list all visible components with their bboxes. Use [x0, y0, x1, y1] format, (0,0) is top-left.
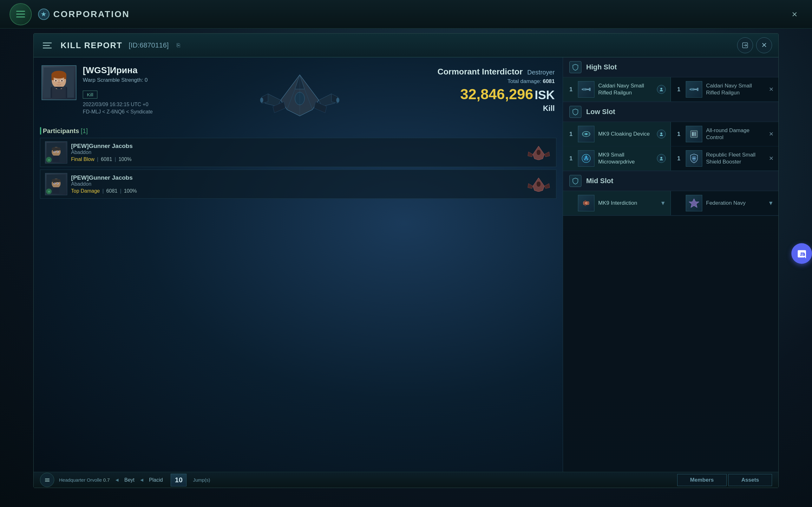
kill-datetime: 2022/03/09 16:32:15 UTC +0 [83, 102, 153, 107]
low-module-person-2 [657, 154, 666, 163]
stat-percent-2: 100% [124, 188, 137, 194]
pilot-stats: Warp Scramble Strength: 0 [83, 77, 153, 83]
low-module-remove-2[interactable]: ✕ [769, 155, 774, 162]
high-module-name-right-1: Caldari Navy Small Rifled Railgun [706, 82, 765, 96]
high-module-icon-left-1 [578, 81, 595, 98]
mid-module-left-1[interactable]: MK9 Interdiction ▼ [563, 191, 671, 215]
bottom-nav-right: Members Assets [677, 474, 772, 486]
window-menu-icon [43, 43, 52, 49]
window-close-button[interactable]: ✕ [756, 38, 772, 53]
svg-rect-7 [52, 75, 54, 80]
pilot-name: [WGS]Ирина [83, 65, 153, 75]
participant-card-2: ★ [PEW]Gunner Jacobs Abaddon Top Damage … [40, 170, 556, 199]
svg-point-61 [691, 89, 693, 90]
bottom-bar: Headquarter Orvolle 0.7 ◄ Beyt ◄ Placid … [34, 472, 778, 488]
high-module-remove-1[interactable]: ✕ [769, 86, 774, 93]
corp-star-icon: ★ [38, 9, 49, 20]
mid-scroll-chevron: ▼ [660, 200, 666, 207]
high-module-right-1[interactable]: 1 Caldari Navy Small Rifled Railgun ✕ [671, 77, 778, 101]
participant-ship-1: Abaddon [71, 150, 522, 155]
svg-point-39 [537, 150, 541, 155]
pilot-avatar [42, 65, 77, 100]
location-region: Placid [149, 477, 163, 483]
assets-tab[interactable]: Assets [728, 474, 772, 486]
participant-stats-1: Final Blow | 6081 | 100% [71, 157, 522, 162]
low-slot-row-2: 1 MK9 Small Microwarpdrive [563, 147, 778, 171]
isk-info: 32,846,296 ISK [438, 86, 555, 102]
mid-slot-section: Mid Slot MK9 I [563, 171, 778, 216]
low-module-name-left-1: MK9 Cloaking Device [598, 130, 653, 137]
svg-point-57 [660, 88, 662, 90]
svg-rect-54 [589, 88, 591, 91]
high-slot-icon [569, 61, 581, 73]
low-module-name-right-1: All-round Damage Control [706, 127, 765, 141]
low-module-qty-right-2: 1 [676, 155, 682, 162]
kill-location: FD-MLJ < Z-6NQ6 < Syndicate [83, 109, 153, 115]
stat-damage-1: 6081 [101, 157, 112, 162]
high-slot-header: High Slot [563, 57, 778, 77]
corporation-label: CORPORATION [53, 9, 130, 19]
kill-type-label: Kill [438, 104, 555, 113]
window-menu-button[interactable] [40, 39, 54, 52]
low-module-right-1[interactable]: 1 All-round Damage Control ✕ [671, 122, 778, 146]
kill-info-panel: [WGS]Ирина Warp Scramble Strength: 0 Kil… [34, 57, 563, 472]
header-actions: ✕ [737, 38, 772, 53]
mid-slot-header: Mid Slot [563, 171, 778, 191]
svg-marker-37 [528, 152, 533, 157]
damage-info: Total damage: 6081 [438, 78, 555, 84]
jump-counter: 10 [171, 474, 187, 487]
low-module-left-1[interactable]: 1 MK9 Cloaking Device [563, 122, 671, 146]
low-module-icon-left-2 [578, 150, 595, 167]
high-slot-row-1: 1 Caldari Navy Small Rifled Railgun [563, 77, 778, 102]
close-button[interactable]: × [786, 6, 803, 22]
mid-module-name-right-1: Federation Navy [706, 200, 764, 207]
members-tab[interactable]: Members [677, 474, 727, 486]
isk-unit: ISK [535, 89, 555, 102]
stat-damage-2: 6081 [106, 188, 118, 194]
damage-value: 6081 [543, 78, 555, 84]
high-module-name-left-1: Caldari Navy Small Rifled Railgun [598, 82, 653, 96]
hamburger-button[interactable] [9, 3, 32, 25]
low-slot-header: Low Slot [563, 102, 778, 122]
window-id: [ID:6870116] [129, 41, 169, 49]
low-module-person-1 [657, 130, 666, 138]
svg-point-72 [585, 158, 587, 159]
svg-rect-35 [53, 156, 59, 162]
svg-rect-59 [697, 88, 699, 91]
participant-info-2: [PEW]Gunner Jacobs Abaddon Top Damage | … [71, 174, 522, 194]
bottom-menu-button[interactable] [40, 473, 54, 487]
high-module-icon-right-1 [686, 81, 702, 98]
high-module-qty-right-1: 1 [676, 86, 682, 93]
stat-percent-1: 100% [119, 157, 132, 162]
participant-ship-img-1 [526, 145, 551, 160]
mid-module-icon-left-1 [578, 195, 595, 211]
low-module-qty-left-1: 1 [568, 131, 574, 137]
low-module-right-2[interactable]: 1 Republic Fleet Small Shield Booster [671, 147, 778, 170]
high-module-qty-left-1: 1 [568, 86, 574, 93]
low-module-remove-1[interactable]: ✕ [769, 130, 774, 137]
high-module-left-1[interactable]: 1 Caldari Navy Small Rifled Railgun [563, 77, 671, 101]
svg-point-56 [583, 89, 585, 90]
svg-marker-38 [544, 152, 550, 157]
location-hq: Headquarter Orvolle 0.7 [59, 477, 110, 483]
svg-rect-68 [692, 132, 694, 136]
modules-panel[interactable]: High Slot 1 [563, 57, 778, 472]
discord-button[interactable] [792, 243, 812, 264]
participant-avatar-2: ★ [45, 173, 67, 195]
participant-card: ★ [PEW]Gunner Jacobs Abaddon Final Blow … [40, 138, 556, 167]
participant-avatar-1: ★ [45, 141, 67, 164]
export-button[interactable] [737, 38, 753, 53]
low-module-icon-right-2 [686, 150, 702, 167]
copy-icon[interactable]: ⎘ [177, 42, 180, 49]
stat-label-2: Top Damage [71, 188, 100, 194]
svg-point-6 [52, 71, 67, 78]
low-module-left-2[interactable]: 1 MK9 Small Microwarpdrive [563, 147, 671, 170]
content-area: [WGS]Ирина Warp Scramble Strength: 0 Kil… [34, 57, 778, 472]
svg-point-65 [585, 133, 587, 135]
mid-slot-row-1: MK9 Interdiction ▼ Federation Navy ▼ [563, 191, 778, 216]
mid-module-right-1[interactable]: Federation Navy ▼ [671, 191, 778, 215]
hamburger-icon [16, 11, 25, 17]
location-system: Beyt [124, 477, 135, 483]
low-slot-title: Low Slot [586, 108, 615, 116]
svg-point-73 [660, 157, 662, 159]
